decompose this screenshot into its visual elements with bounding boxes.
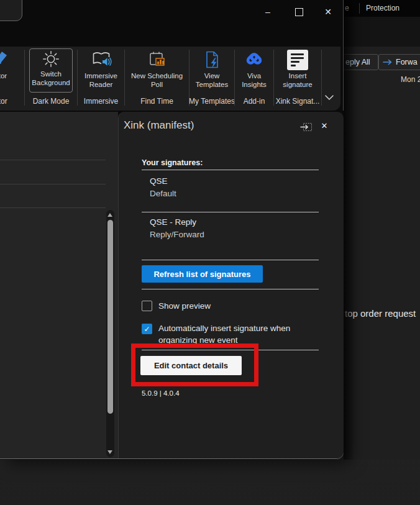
immersive-reader-label: Immersive Reader (78, 71, 124, 89)
compose-form-area (0, 112, 118, 458)
scroll-down-arrow-icon[interactable] (107, 450, 112, 454)
screen: e Protection eply All Forwa Mon 2 top or… (0, 0, 420, 505)
editor-group-label: ditor (0, 97, 7, 106)
ribbon-group-my-templates: View Templates My Templates (189, 47, 234, 111)
xink-signature-group-label: Xink Signat... (276, 97, 320, 106)
switch-background-label: Switch Background (30, 70, 72, 87)
close-icon: ✕ (324, 7, 332, 17)
editor-button[interactable]: ditor (0, 48, 25, 80)
dark-mode-group-label: Dark Mode (33, 97, 70, 106)
compose-window: – ✕ ditor (0, 0, 344, 460)
signatures-heading: Your signatures: (142, 158, 203, 167)
titlebar-corner-fragment (0, 0, 22, 21)
message-subject: top order request (345, 308, 416, 319)
task-pane-title: Xink (manifest) (124, 119, 194, 132)
add-in-group-label: Add-in (244, 97, 265, 106)
close-button[interactable]: ✕ (319, 4, 337, 19)
show-preview-checkbox[interactable] (142, 301, 152, 311)
xink-task-pane: Xink (manifest) ✕ Your signatures: QSE D… (118, 112, 344, 458)
immersive-reader-icon (91, 48, 112, 71)
ribbon-group-add-in: Viva Insights Add-in (235, 47, 273, 111)
maximize-icon (295, 8, 303, 16)
highlight-red-box (131, 343, 258, 386)
popout-icon (300, 122, 313, 132)
viva-insights-button[interactable]: Viva Insights (235, 48, 273, 89)
reply-all-label: eply All (345, 58, 370, 66)
ribbon-group-find-time: New Scheduling Poll Find Time (125, 47, 189, 111)
scrollbar-thumb[interactable] (107, 220, 113, 414)
minimize-button[interactable]: – (258, 4, 277, 19)
scroll-up-arrow-icon[interactable] (107, 213, 112, 217)
my-templates-group-label: My Templates (189, 97, 235, 106)
ribbon-group-immersive: Immersive Reader Immersive (78, 47, 124, 111)
pane-popout-button[interactable] (300, 122, 313, 132)
new-scheduling-poll-label: New Scheduling Poll (125, 71, 189, 89)
ribbon-group-dark-mode: Switch Background Dark Mode (25, 47, 77, 111)
insert-signature-label: Insert signature (274, 71, 321, 89)
forward-arrow-icon (383, 59, 393, 65)
maximize-button[interactable] (290, 4, 308, 19)
insert-signature-icon (287, 48, 308, 71)
refresh-signatures-button[interactable]: Refresh list of signatures (142, 265, 263, 283)
viva-insights-icon (244, 48, 264, 71)
tab-divider (359, 3, 360, 14)
forward-label: Forwa (396, 58, 418, 66)
section-divider (142, 212, 319, 212)
signature-item-type: Default (150, 189, 176, 198)
tab-partial[interactable]: e (345, 4, 349, 12)
ribbon-tab-bar: e Protection (344, 0, 420, 17)
reply-all-button[interactable]: eply All (344, 54, 378, 70)
view-templates-icon (203, 48, 221, 71)
switch-background-button[interactable]: Switch Background (29, 48, 73, 93)
auto-insert-label: Automatically insert signature when orga… (158, 322, 319, 346)
ribbon-group-editor: ditor ditor (0, 47, 25, 111)
ribbon-group-xink-signature: Insert signature Xink Signat... (274, 47, 321, 111)
section-divider (142, 170, 319, 170)
addin-version: 5.0.9 | 4.0.4 (142, 389, 180, 397)
signature-item-name[interactable]: QSE (150, 176, 168, 186)
field-divider (0, 207, 106, 208)
find-time-group-label: Find Time (140, 97, 173, 106)
ribbon-collapse-button[interactable] (324, 93, 337, 104)
tab-protection[interactable]: Protection (366, 4, 399, 12)
chevron-down-icon (324, 94, 335, 101)
forward-button[interactable]: Forwa (378, 54, 420, 70)
background-header-strip (344, 17, 420, 47)
refresh-signatures-label: Refresh list of signatures (153, 270, 250, 279)
show-preview-label: Show preview (158, 300, 211, 312)
minimize-icon: – (265, 7, 270, 17)
view-templates-button[interactable]: View Templates (189, 48, 234, 89)
immersive-group-label: Immersive (84, 97, 118, 106)
pane-close-icon: ✕ (321, 121, 328, 130)
editor-button-label: ditor (0, 71, 7, 80)
sun-icon (42, 49, 60, 69)
section-divider (142, 289, 319, 289)
vertical-scrollbar[interactable] (106, 210, 114, 457)
auto-insert-checkbox[interactable]: ✓ (142, 324, 152, 334)
immersive-reader-button[interactable]: Immersive Reader (78, 48, 124, 89)
background-email-window: e Protection eply All Forwa Mon 2 top or… (344, 0, 420, 460)
viva-insights-label: Viva Insights (235, 71, 273, 89)
pane-close-button[interactable]: ✕ (319, 120, 330, 131)
field-divider (0, 160, 106, 160)
window-body: Xink (manifest) ✕ Your signatures: QSE D… (0, 111, 344, 459)
scheduling-poll-icon (147, 48, 167, 71)
view-templates-label: View Templates (189, 71, 234, 89)
field-divider (0, 184, 106, 184)
editor-pen-icon (0, 48, 10, 71)
message-date: Mon 2 (401, 75, 420, 84)
insert-signature-button[interactable]: Insert signature (274, 48, 321, 89)
ribbon-divider (321, 50, 322, 106)
checkmark-icon: ✓ (144, 325, 150, 334)
section-divider (142, 260, 319, 260)
new-scheduling-poll-button[interactable]: New Scheduling Poll (125, 48, 189, 89)
signature-item-type: Reply/Forward (150, 230, 204, 239)
signature-item-name[interactable]: QSE - Reply (150, 217, 196, 227)
ribbon: ditor ditor (0, 47, 340, 111)
